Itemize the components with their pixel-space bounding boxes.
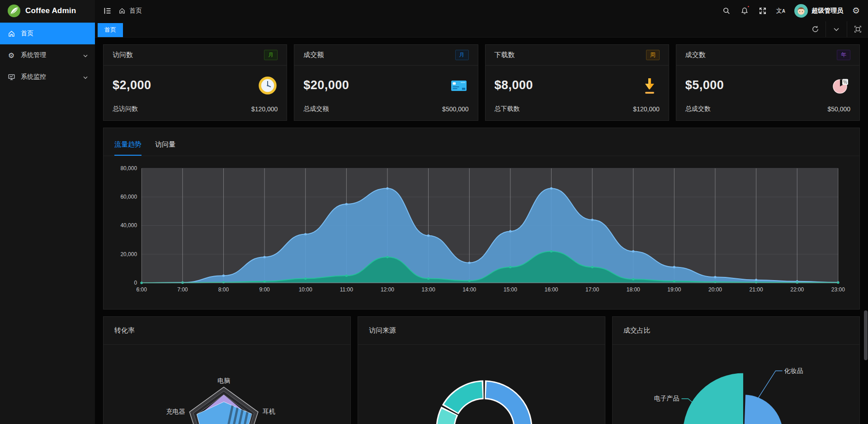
- svg-text:22:00: 22:00: [790, 286, 804, 293]
- breadcrumb-label: 首页: [129, 7, 142, 15]
- sidebar-item-system-management[interactable]: ⚙ 系统管理: [0, 44, 95, 66]
- card-title: 访问来源: [369, 326, 396, 335]
- page-content: 访问数 月 $2,000 总访问数 $120,000: [95, 38, 868, 424]
- sidebar-item-label: 首页: [21, 29, 33, 38]
- svg-text:%: %: [843, 79, 847, 84]
- svg-text:20:00: 20:00: [708, 286, 722, 293]
- language-translate-icon[interactable]: 文A: [776, 7, 785, 15]
- stat-card-downloads: 下载数 周 $8,000 总下载数 $120,000: [485, 44, 669, 121]
- stat-footer-value: $500,000: [442, 105, 468, 113]
- svg-text:15:00: 15:00: [504, 286, 517, 293]
- svg-text:7:00: 7:00: [177, 286, 188, 293]
- svg-text:8:00: 8:00: [218, 286, 229, 293]
- sidebar-collapse-icon[interactable]: [103, 6, 112, 15]
- traffic-area-chart: 020,00040,00060,00080,0006:007:008:009:0…: [104, 157, 859, 302]
- svg-text:18:00: 18:00: [627, 286, 640, 293]
- main-area: 首页 文A: [95, 0, 868, 424]
- stat-card-title: 成交数: [685, 51, 706, 59]
- settings-gear-icon[interactable]: ⚙: [852, 6, 860, 15]
- stat-card-title: 下载数: [495, 51, 515, 59]
- visit-source-donut-chart: [358, 345, 605, 424]
- traffic-trend-card: 流量趋势 访问量 020,00040,00060,00080,0006:007:…: [103, 128, 860, 310]
- svg-text:0: 0: [134, 280, 137, 286]
- stat-footer-value: $50,000: [827, 105, 850, 113]
- svg-text:60,000: 60,000: [120, 194, 137, 200]
- svg-text:14:00: 14:00: [462, 286, 476, 293]
- chevron-down-icon[interactable]: [826, 21, 847, 37]
- home-icon: [118, 7, 126, 14]
- home-icon: [7, 29, 15, 38]
- page-scrollbar[interactable]: [863, 38, 868, 424]
- svg-text:化妆品: 化妆品: [784, 367, 803, 374]
- sidebar-item-label: 系统管理: [21, 51, 46, 59]
- svg-text:40,000: 40,000: [120, 223, 137, 229]
- stat-footer-label: 总成交数: [685, 105, 711, 113]
- sidebar-item-home[interactable]: 首页: [0, 23, 95, 44]
- stat-footer-label: 总成交额: [303, 105, 329, 113]
- svg-text:11:00: 11:00: [340, 286, 353, 293]
- chevron-down-icon: [83, 73, 88, 81]
- conversion-rate-card: 转化率 电脑耳机充电器: [103, 316, 351, 424]
- tab-bar: 首页: [95, 21, 868, 38]
- sidebar-menu: 首页 ⚙ 系统管理 系统监控: [0, 21, 95, 88]
- stat-card-turnover: 成交额 月 $20,000 总成交额 $500,: [294, 44, 478, 121]
- app-logo[interactable]: Coffee Admin: [0, 0, 95, 21]
- stat-value: $2,000: [113, 78, 151, 92]
- visit-source-card: 访问来源: [358, 316, 605, 424]
- clock-icon: [258, 76, 278, 95]
- period-badge: 月: [455, 50, 469, 60]
- stat-card-title: 访问数: [113, 51, 133, 59]
- monitor-icon: [7, 73, 15, 81]
- svg-text:6:00: 6:00: [137, 286, 147, 293]
- sidebar-item-label: 系统监控: [21, 73, 46, 81]
- notification-badge-dot: [747, 5, 750, 8]
- top-navbar: 首页 文A: [95, 0, 868, 21]
- period-badge: 年: [837, 50, 850, 60]
- user-menu[interactable]: 超级管理员: [794, 4, 843, 18]
- stat-footer-label: 总访问数: [113, 105, 138, 113]
- stat-footer-value: $120,000: [633, 105, 659, 113]
- svg-text:电子产品: 电子产品: [654, 395, 679, 402]
- tab-home[interactable]: 首页: [98, 23, 123, 37]
- stat-card-deals: 成交数 年 $5,000 % 总成交数 $50,000: [676, 44, 860, 121]
- stat-value: $20,000: [303, 78, 349, 92]
- svg-text:21:00: 21:00: [750, 286, 763, 293]
- stat-value: $8,000: [495, 78, 533, 92]
- svg-text:17:00: 17:00: [585, 286, 599, 293]
- card-title: 成交占比: [623, 326, 651, 335]
- tab-visit-volume[interactable]: 访问量: [155, 140, 175, 156]
- svg-text:13:00: 13:00: [422, 286, 435, 293]
- trend-tabs: 流量趋势 访问量: [104, 128, 859, 156]
- maximize-icon[interactable]: [847, 21, 868, 37]
- chevron-down-icon: [83, 52, 88, 59]
- scrollbar-thumb[interactable]: [864, 310, 868, 360]
- sidebar-item-system-monitor[interactable]: 系统监控: [0, 66, 95, 88]
- svg-text:电脑: 电脑: [217, 377, 230, 384]
- app-title: Coffee Admin: [25, 6, 76, 15]
- tab-traffic-trend[interactable]: 流量趋势: [114, 140, 142, 156]
- deal-share-card: 成交占比 电子产品化妆品: [612, 316, 860, 424]
- avatar: [794, 4, 808, 18]
- stat-value: $5,000: [685, 78, 724, 92]
- bottom-cards-row: 转化率 电脑耳机充电器 访问来源 成交占比 电子产品化妆品: [103, 316, 860, 424]
- svg-text:23:00: 23:00: [831, 286, 845, 293]
- svg-text:16:00: 16:00: [544, 286, 558, 293]
- search-icon[interactable]: [722, 6, 731, 15]
- stat-cards-row: 访问数 月 $2,000 总访问数 $120,000: [103, 44, 860, 121]
- sidebar: Coffee Admin 首页 ⚙ 系统管理: [0, 0, 95, 424]
- notification-bell-icon[interactable]: [740, 6, 749, 15]
- navbar-actions: 文A 超级管理员 ⚙: [722, 4, 860, 18]
- pie-percentage-icon: %: [830, 76, 850, 95]
- stat-footer-value: $120,000: [251, 105, 278, 113]
- conversion-radar-chart: 电脑耳机充电器: [104, 345, 350, 424]
- card-title: 转化率: [114, 326, 135, 335]
- svg-text:耳机: 耳机: [263, 408, 275, 415]
- breadcrumb[interactable]: 首页: [118, 7, 142, 15]
- svg-text:19:00: 19:00: [667, 286, 681, 293]
- credit-card-icon: [449, 76, 469, 95]
- svg-text:充电器: 充电器: [166, 408, 185, 415]
- svg-text:12:00: 12:00: [381, 286, 394, 293]
- tab-tools: [805, 21, 868, 37]
- refresh-icon[interactable]: [805, 21, 826, 37]
- fullscreen-icon[interactable]: [758, 6, 767, 15]
